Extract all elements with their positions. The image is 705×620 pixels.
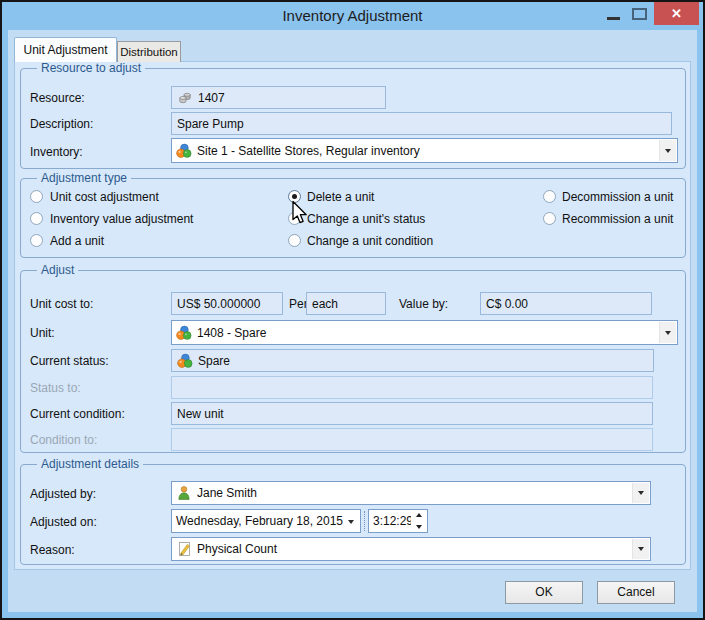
radio-label[interactable]: Delete a unit xyxy=(307,190,374,204)
radio-label[interactable]: Recommission a unit xyxy=(562,212,673,226)
description-value: Spare Pump xyxy=(177,117,244,131)
radio-add-a-unit[interactable] xyxy=(30,234,43,247)
unit-spheres-icon xyxy=(176,325,192,341)
resource-label: Resource: xyxy=(30,91,85,105)
radio-inventory-value-adjustment[interactable] xyxy=(30,212,43,225)
inventory-dropdown[interactable]: Site 1 - Satellite Stores, Regular inven… xyxy=(171,138,678,163)
reason-label: Reason: xyxy=(30,543,75,557)
adjusted-by-value: Jane Smith xyxy=(197,486,257,500)
mouse-cursor xyxy=(291,200,309,226)
group-caption: Adjust xyxy=(37,263,78,277)
value-by-field: C$ 0.00 xyxy=(480,292,652,315)
resource-cylinders-icon xyxy=(177,90,193,106)
inventory-value: Site 1 - Satellite Stores, Regular inven… xyxy=(197,144,420,158)
current-status-field: Spare xyxy=(171,349,654,372)
unit-label: Unit: xyxy=(30,326,55,340)
chevron-down-icon xyxy=(665,331,671,335)
close-icon: ✕ xyxy=(671,6,682,21)
chevron-down-icon[interactable] xyxy=(348,520,354,524)
resource-value: 1407 xyxy=(198,91,225,105)
description-field: Spare Pump xyxy=(171,112,672,135)
cancel-button[interactable]: Cancel xyxy=(597,581,675,604)
radio-label[interactable]: Decommission a unit xyxy=(562,190,673,204)
date-time-separator xyxy=(364,511,365,531)
adjusted-by-dropdown[interactable]: Jane Smith xyxy=(171,481,651,505)
value-by-label: Value by: xyxy=(399,297,448,311)
radio-label[interactable]: Unit cost adjustment xyxy=(50,190,159,204)
radio-label[interactable]: Change a unit's status xyxy=(307,212,425,226)
radio-change-unit-condition[interactable] xyxy=(288,234,301,247)
current-condition-label: Current condition: xyxy=(30,407,125,421)
adjusted-on-date-picker[interactable]: Wednesday, February 18, 2015 xyxy=(171,509,361,533)
current-status-label: Current status: xyxy=(30,354,109,368)
window-title: Inventory Adjustment xyxy=(0,7,705,24)
status-to-field xyxy=(171,376,653,399)
condition-to-field xyxy=(171,428,653,451)
unit-cost-field: US$ 50.000000 xyxy=(171,292,283,315)
group-caption: Adjustment details xyxy=(37,457,143,471)
unit-value: 1408 - Spare xyxy=(197,326,266,340)
date-value: Wednesday, February 18, 2015 xyxy=(176,514,343,528)
value-by-value: C$ 0.00 xyxy=(486,297,528,311)
inventory-label: Inventory: xyxy=(30,145,83,159)
inventory-spheres-icon xyxy=(176,143,192,159)
group-caption: Adjustment type xyxy=(37,171,131,185)
per-label: Per xyxy=(289,297,308,311)
condition-to-label: Condition to: xyxy=(30,433,97,447)
chevron-down-icon xyxy=(638,547,644,551)
tab-distribution[interactable]: Distribution xyxy=(117,41,181,62)
radio-decommission-a-unit[interactable] xyxy=(543,190,556,203)
current-condition-field: New unit xyxy=(171,402,653,425)
tab-unit-adjustment[interactable]: Unit Adjustment xyxy=(14,37,117,62)
chevron-down-icon xyxy=(638,491,644,495)
radio-label[interactable]: Inventory value adjustment xyxy=(50,212,193,226)
resource-field: 1407 xyxy=(171,86,386,109)
radio-label[interactable]: Change a unit condition xyxy=(307,234,433,248)
spin-down-icon[interactable] xyxy=(416,525,422,529)
spin-up-icon[interactable] xyxy=(416,513,422,517)
reason-dropdown[interactable]: Physical Count xyxy=(171,537,651,561)
adjusted-by-dropdown-button[interactable] xyxy=(632,483,649,503)
status-spheres-icon xyxy=(177,353,193,369)
current-status-value: Spare xyxy=(198,354,230,368)
unit-dropdown[interactable]: 1408 - Spare xyxy=(171,320,678,345)
person-icon xyxy=(176,485,192,501)
group-caption: Resource to adjust xyxy=(37,61,145,75)
maximize-icon xyxy=(632,8,647,20)
inventory-dropdown-button[interactable] xyxy=(659,140,676,161)
unit-cost-to-label: Unit cost to: xyxy=(30,297,93,311)
per-value: each xyxy=(312,297,338,311)
pencil-icon xyxy=(176,541,192,557)
status-to-label: Status to: xyxy=(30,381,81,395)
unit-dropdown-button[interactable] xyxy=(659,322,676,343)
minimize-button[interactable] xyxy=(601,2,627,25)
adjusted-by-label: Adjusted by: xyxy=(30,487,96,501)
time-spin-buttons[interactable] xyxy=(413,513,425,529)
radio-recommission-a-unit[interactable] xyxy=(543,212,556,225)
close-button[interactable]: ✕ xyxy=(654,2,699,25)
adjusted-on-label: Adjusted on: xyxy=(30,515,97,529)
current-condition-value: New unit xyxy=(177,407,224,421)
radio-label[interactable]: Add a unit xyxy=(50,234,104,248)
radio-unit-cost-adjustment[interactable] xyxy=(30,190,43,203)
chevron-down-icon xyxy=(665,149,671,153)
maximize-button[interactable] xyxy=(628,2,652,25)
adjusted-on-time-spinner[interactable]: 3:12:29 xyxy=(368,509,428,533)
minimize-icon xyxy=(607,17,620,20)
time-value: 3:12:29 xyxy=(373,514,411,528)
unit-cost-value: US$ 50.000000 xyxy=(177,297,260,311)
reason-dropdown-button[interactable] xyxy=(632,539,649,559)
description-label: Description: xyxy=(30,117,93,131)
per-field: each xyxy=(306,292,386,315)
ok-button[interactable]: OK xyxy=(505,581,583,604)
reason-value: Physical Count xyxy=(197,542,277,556)
